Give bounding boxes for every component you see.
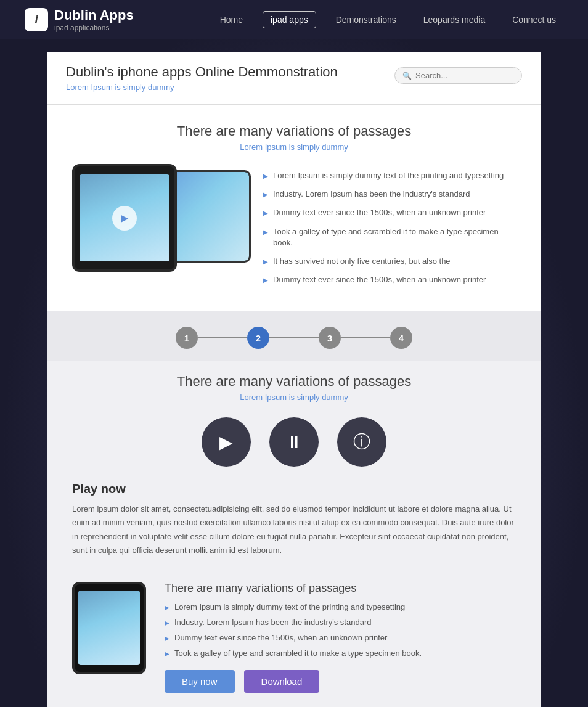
product-ipad-screen: [78, 591, 141, 665]
logo-title: Dublin Apps: [54, 7, 134, 23]
bullet-arrow: ▶: [165, 604, 169, 611]
product-ipad-device: [72, 582, 146, 674]
variation-item-1: ▶ Lorem Ipsum is simply dummy text of th…: [263, 170, 516, 181]
step-line-2: [269, 337, 319, 338]
section-player: There are many variations of passages Lo…: [47, 361, 541, 707]
steps-bar: 1 2 3 4: [47, 311, 541, 358]
page-title-text: Dublin's iphone apps Online Demmonstrati…: [66, 64, 338, 92]
nav-connect-us[interactable]: Connect us: [505, 12, 563, 28]
nav-demonstrations[interactable]: Demonstrations: [329, 12, 404, 28]
play-now-title: Play now: [72, 482, 516, 496]
download-button[interactable]: Download: [244, 670, 320, 693]
pause-button[interactable]: ⏸: [269, 417, 319, 467]
page-title-bar: Dublin's iphone apps Online Demmonstrati…: [47, 52, 541, 105]
product-buttons: Buy now Download: [165, 670, 516, 693]
variation-item-2: ▶ Industry. Lorem Ipsum has been the ind…: [263, 189, 516, 200]
play-now-text: Lorem ipsum dolor sit amet, consectetuad…: [72, 502, 516, 557]
nav-home[interactable]: Home: [213, 12, 250, 28]
bullet-arrow: ▶: [263, 209, 268, 218]
logo-text-area: Dublin Apps ipad applications: [54, 7, 134, 32]
bullet-arrow: ▶: [165, 619, 169, 626]
bullet-arrow: ▶: [165, 650, 169, 657]
search-input[interactable]: [415, 71, 514, 80]
step-line-3: [341, 337, 390, 338]
variations-list: ▶ Lorem Ipsum is simply dummy text of th…: [263, 164, 516, 293]
logo-icon: i: [25, 8, 48, 31]
product-item-3: ▶ Dummy text ever since the 1500s, when …: [165, 633, 516, 642]
player-controls: ▶ ⏸ ⓘ: [72, 417, 516, 467]
step-3[interactable]: 3: [319, 327, 341, 349]
bullet-arrow: ▶: [263, 258, 268, 266]
player-title: There are many variations of passages: [72, 374, 516, 390]
variation-item-6: ▶ Dummy text ever since the 1500s, when …: [263, 274, 516, 285]
variation-item-3: ▶ Dummy text ever since the 1500s, when …: [263, 207, 516, 218]
buy-now-button[interactable]: Buy now: [165, 670, 235, 693]
ipad-front-screen: ▶: [80, 174, 169, 262]
variations-subtitle: Lorem Ipsum is simply dummy: [72, 142, 516, 152]
product-info: There are many variations of passages ▶ …: [165, 582, 516, 693]
product-ipad: [72, 582, 152, 674]
nav-leopards-media[interactable]: Leopards media: [416, 12, 492, 28]
search-box[interactable]: 🔍: [394, 67, 522, 84]
variation-item-4: ▶ Took a galley of type and scrambled it…: [263, 226, 516, 248]
bullet-arrow: ▶: [263, 228, 268, 237]
step-1[interactable]: 1: [176, 327, 198, 349]
bullet-arrow: ▶: [263, 172, 268, 181]
logo-area: i Dublin Apps ipad applications: [25, 7, 134, 32]
variations-content: ▶ ▶ Lorem Ipsum is simply dummy text of …: [72, 164, 516, 293]
section-variations: There are many variations of passages Lo…: [47, 105, 541, 311]
header: i Dublin Apps ipad applications Home ipa…: [0, 0, 588, 39]
play-button[interactable]: ▶: [202, 417, 251, 467]
page-subheading: Lorem Ipsum is simply dummy: [66, 83, 338, 92]
step-4[interactable]: 4: [390, 327, 412, 349]
product-item-2: ▶ Industry. Lorem Ipsum has been the ind…: [165, 618, 516, 627]
ipad-images: ▶: [72, 164, 251, 275]
main-nav: Home ipad apps Demonstrations Leopards m…: [213, 11, 563, 28]
nav-ipad-apps[interactable]: ipad apps: [263, 11, 316, 28]
product-title: There are many variations of passages: [165, 582, 516, 595]
product-item-4: ▶ Took a galley of type and scrambled it…: [165, 648, 516, 658]
variation-item-5: ▶ It has survived not only five centurie…: [263, 256, 516, 267]
bullet-arrow: ▶: [263, 276, 268, 285]
play-now-section: Play now Lorem ipsum dolor sit amet, con…: [72, 482, 516, 569]
search-icon: 🔍: [402, 72, 412, 80]
ipad-front: ▶: [72, 164, 177, 272]
info-button[interactable]: ⓘ: [337, 417, 386, 467]
page-heading: Dublin's iphone apps Online Demmonstrati…: [66, 64, 338, 80]
logo-subtitle: ipad applications: [54, 23, 134, 32]
step-2[interactable]: 2: [247, 327, 269, 349]
product-item-1: ▶ Lorem Ipsum is simply dummy text of th…: [165, 602, 516, 611]
variations-title: There are many variations of passages: [72, 123, 516, 139]
play-circle-icon: ▶: [112, 206, 137, 231]
player-subtitle: Lorem Ipsum is simply dummy: [72, 393, 516, 402]
main-wrapper: Dublin's iphone apps Online Demmonstrati…: [47, 52, 541, 707]
bullet-arrow: ▶: [165, 635, 169, 642]
step-line-1: [198, 337, 247, 338]
product-section: There are many variations of passages ▶ …: [72, 570, 516, 693]
bullet-arrow: ▶: [263, 190, 268, 199]
